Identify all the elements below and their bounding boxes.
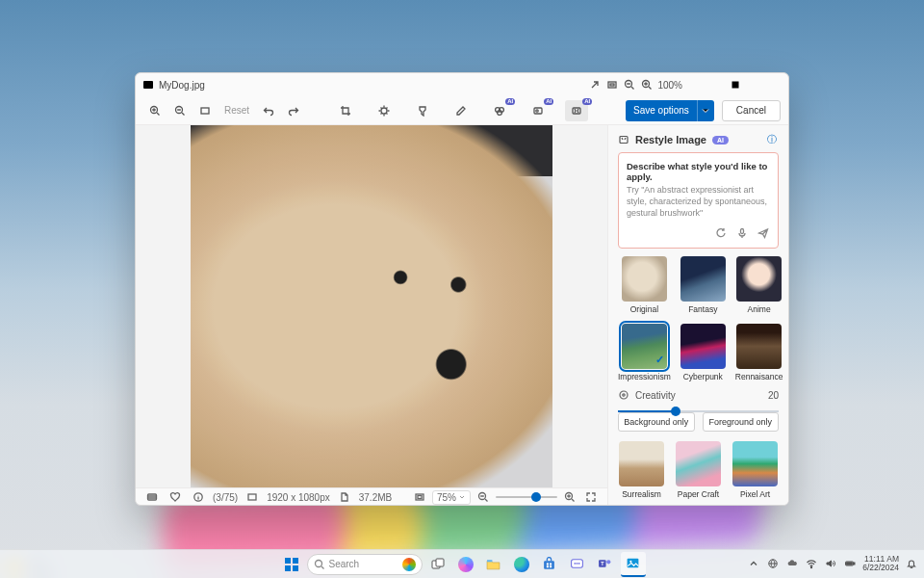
copilot-icon[interactable] xyxy=(453,552,478,577)
filter-icon[interactable] xyxy=(411,100,434,121)
style-renaissance[interactable]: Rennaisance xyxy=(735,324,783,381)
prompt-box[interactable]: Describe what style you'd like to apply.… xyxy=(618,152,779,249)
notifications-icon[interactable] xyxy=(905,557,918,570)
editor-toolbar: Reset Save options Cancel xyxy=(136,96,788,125)
file-explorer-icon[interactable] xyxy=(481,552,506,577)
background-only-button[interactable]: Background only xyxy=(618,412,695,432)
taskbar-search[interactable]: Search xyxy=(307,554,423,575)
dimensions-icon xyxy=(244,488,261,506)
zoom-out-title-icon[interactable] xyxy=(621,76,638,93)
svg-rect-36 xyxy=(544,561,554,569)
style-surrealism[interactable]: Surrealism xyxy=(618,441,665,499)
store-icon[interactable] xyxy=(537,552,562,577)
open-external-icon[interactable] xyxy=(586,76,603,93)
clock[interactable]: 11:11 AM 6/22/2024 xyxy=(862,555,899,572)
reset-button[interactable]: Reset xyxy=(218,101,255,120)
window-minimize-button[interactable] xyxy=(686,73,719,96)
erase-ai-icon[interactable] xyxy=(488,100,511,121)
chat-icon[interactable] xyxy=(565,552,590,577)
filesize-label: 37.2MB xyxy=(359,492,392,503)
view-actual-icon[interactable] xyxy=(603,76,621,93)
window-titlebar: MyDog.jpg 100% xyxy=(136,73,788,96)
style-original[interactable]: Original xyxy=(618,256,671,314)
svg-rect-2 xyxy=(608,82,616,88)
zoom-select-value: 75% xyxy=(437,492,456,503)
zoom-in-title-icon[interactable] xyxy=(638,76,655,93)
style-grid: Original Fantasy Anime Impressionism Cyb… xyxy=(608,256,788,389)
canvas-viewport[interactable] xyxy=(136,125,607,487)
fit-icon[interactable] xyxy=(193,100,217,121)
prompt-mic-icon[interactable] xyxy=(735,226,749,240)
foreground-only-button[interactable]: Foreground only xyxy=(703,412,780,432)
style-papercraft[interactable]: Paper Craft xyxy=(675,441,722,499)
cancel-button[interactable]: Cancel xyxy=(722,100,781,121)
tray-chevron-icon[interactable] xyxy=(747,557,760,570)
zoom-slider[interactable] xyxy=(496,491,557,503)
filesize-icon xyxy=(336,488,353,506)
ai-pill: AI xyxy=(712,136,729,144)
zoom-out-icon[interactable] xyxy=(168,100,192,121)
svg-point-51 xyxy=(811,566,812,567)
svg-rect-35 xyxy=(487,560,492,562)
style-cyberpunk[interactable]: Cyberpunk xyxy=(680,324,726,381)
zoom-select[interactable]: 75% xyxy=(432,490,471,505)
zoom-out-status-icon[interactable] xyxy=(475,488,492,506)
style-anime[interactable]: Anime xyxy=(735,256,783,314)
undo-icon[interactable] xyxy=(257,100,280,121)
svg-rect-28 xyxy=(285,558,291,564)
style-pixelart[interactable]: Pixel Art xyxy=(732,441,779,499)
blur-bg-ai-icon[interactable] xyxy=(526,100,550,121)
fit-screen-icon[interactable] xyxy=(411,488,428,506)
adjust-icon[interactable] xyxy=(372,100,396,121)
info-icon[interactable] xyxy=(190,488,207,506)
task-view-icon[interactable] xyxy=(425,552,450,577)
svg-point-10 xyxy=(381,108,387,114)
style-impressionism[interactable]: Impressionism xyxy=(618,324,671,381)
favorite-icon[interactable] xyxy=(167,488,184,506)
app-icon xyxy=(141,78,155,92)
start-button[interactable] xyxy=(279,552,304,577)
copilot-hint-icon xyxy=(402,558,416,571)
svg-rect-31 xyxy=(293,565,298,571)
svg-rect-24 xyxy=(620,137,628,144)
save-options-chevron[interactable] xyxy=(697,100,714,121)
edge-icon[interactable] xyxy=(509,552,534,577)
svg-point-49 xyxy=(629,561,631,563)
page-count-label: (3/75) xyxy=(213,492,238,503)
svg-rect-30 xyxy=(285,565,291,571)
prompt-refresh-icon[interactable] xyxy=(714,226,728,240)
svg-rect-17 xyxy=(148,494,157,500)
restyle-ai-icon[interactable] xyxy=(565,100,588,121)
svg-point-1 xyxy=(145,83,147,85)
teams-icon[interactable]: T xyxy=(593,552,618,577)
status-bar: (3/75) 1920 x 1080px 37.2MB 75% xyxy=(136,487,607,506)
zoom-in-icon[interactable] xyxy=(143,100,167,121)
fullscreen-icon[interactable] xyxy=(582,488,600,506)
onedrive-icon[interactable] xyxy=(785,557,799,570)
window-close-button[interactable] xyxy=(752,73,784,96)
volume-icon[interactable] xyxy=(824,557,837,570)
prompt-send-icon[interactable] xyxy=(757,226,770,240)
crop-icon[interactable] xyxy=(334,100,357,121)
dimensions-label: 1920 x 1080px xyxy=(267,492,330,503)
svg-rect-53 xyxy=(854,563,855,565)
redo-icon[interactable] xyxy=(282,100,305,121)
wifi-icon[interactable] xyxy=(805,557,818,570)
svg-point-27 xyxy=(623,394,625,396)
zoom-in-status-icon[interactable] xyxy=(561,488,578,506)
zoom-percent-label: 100% xyxy=(657,80,682,91)
svg-point-26 xyxy=(620,391,628,399)
creativity-row: Creativity 20 xyxy=(608,389,788,401)
language-icon[interactable] xyxy=(766,557,780,570)
photos-app-icon[interactable] xyxy=(621,552,646,577)
filmstrip-icon[interactable] xyxy=(143,488,161,506)
battery-icon[interactable] xyxy=(843,557,857,570)
svg-rect-29 xyxy=(293,558,298,564)
taskbar-center: Search T xyxy=(279,552,646,577)
markup-icon[interactable] xyxy=(449,100,473,121)
svg-rect-6 xyxy=(732,82,739,89)
save-options-button[interactable]: Save options xyxy=(626,100,697,121)
style-fantasy[interactable]: Fantasy xyxy=(680,256,726,314)
panel-info-icon[interactable]: ⓘ xyxy=(765,133,779,146)
window-maximize-button[interactable] xyxy=(719,73,752,96)
